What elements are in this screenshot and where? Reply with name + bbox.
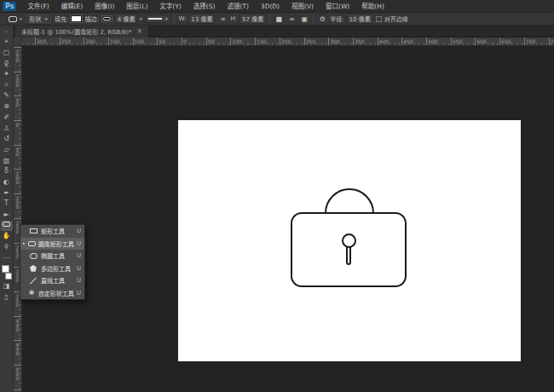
hand-tool[interactable]: ✋ xyxy=(1,231,13,242)
ruler-origin-corner[interactable] xyxy=(14,37,22,46)
radius-field[interactable]: 10 像素 xyxy=(347,14,373,24)
dodge-tool[interactable]: ◐ xyxy=(1,177,13,188)
path-selection-tool[interactable]: ► xyxy=(1,210,13,221)
ruler-tick-label: 400 xyxy=(14,316,22,331)
ruler-tick-label: 50 xyxy=(14,145,22,155)
flyout-item-custom-shape-tool[interactable]: ❋自定形状工具U xyxy=(20,287,84,300)
menu-layer[interactable]: 图层(L) xyxy=(120,0,153,13)
ruler-tick-label: 50 xyxy=(14,95,22,106)
rectangular-marquee-tool[interactable]: ▢ xyxy=(1,48,13,59)
ruler-tick-label: 300 xyxy=(35,37,46,46)
flyout-item-polygon-tool[interactable]: 多边形工具U xyxy=(20,262,84,275)
menu-file[interactable]: 文件(F) xyxy=(21,0,55,13)
options-bar: ▾ 形状 ▾ 填充: 描边: 4 像素 ▾ ▾ W: 13 像素 ∞ H: 57… xyxy=(0,13,554,26)
path-operations-button[interactable]: ■ xyxy=(274,14,284,23)
shortcut-key: U xyxy=(77,265,81,272)
document-tab[interactable]: 未标题-1 @ 100%(圆角矩形 2, RGB/8)* × xyxy=(15,26,149,37)
menu-help[interactable]: 帮助(H) xyxy=(355,0,390,13)
chevron-down-icon: ▾ xyxy=(44,16,48,21)
menu-filter[interactable]: 滤镜(T) xyxy=(221,0,254,13)
rounded-rect-tool-icon xyxy=(28,241,36,246)
move-tool[interactable]: ⌖ xyxy=(1,37,13,48)
crop-tool[interactable]: ⌗ xyxy=(1,80,13,91)
edit-toolbar-button[interactable]: ⋯ xyxy=(1,253,13,264)
stroke-style-select[interactable]: ▾ xyxy=(145,14,171,23)
ruler-tick-label: 100 xyxy=(133,37,144,46)
menu-3d[interactable]: 3D(D) xyxy=(255,0,286,13)
foreground-background-swatches[interactable] xyxy=(1,265,13,280)
gradient-tool[interactable]: ▥ xyxy=(1,156,13,167)
foreground-color-swatch[interactable] xyxy=(2,265,9,273)
horizontal-ruler[interactable]: 3002502001501005005010015020025030035040… xyxy=(14,37,554,46)
shape-tools-flyout-menu: 矩形工具U•圆角矩形工具U椭圆工具U多边形工具U直线工具U❋自定形状工具U xyxy=(20,224,85,300)
collapse-panel-icon[interactable]: » xyxy=(5,26,9,37)
stroke-color-swatch[interactable] xyxy=(101,15,113,22)
chevron-down-icon: ▾ xyxy=(164,16,168,21)
eraser-tool[interactable]: ▱ xyxy=(1,145,13,156)
ruler-tick-label: 350 xyxy=(353,37,364,46)
ruler-tick-label: 450 xyxy=(14,340,22,355)
ruler-tick-label: 250 xyxy=(60,37,71,46)
align-edges-checkbox[interactable] xyxy=(376,16,382,22)
height-field[interactable]: 57 像素 xyxy=(239,14,266,24)
ruler-tick-label: 600 xyxy=(475,37,486,46)
fill-label: 填充: xyxy=(55,14,68,23)
document-tab-title: 未标题-1 @ 100%(圆角矩形 2, RGB/8)* xyxy=(21,27,131,36)
flyout-item-rounded-rect-tool[interactable]: •圆角矩形工具U xyxy=(20,238,84,251)
close-icon[interactable]: × xyxy=(136,28,142,35)
ruler-tick-label: 100 xyxy=(14,72,22,86)
menu-edit[interactable]: 编辑(E) xyxy=(55,0,89,13)
rounded-rectangle-tool[interactable] xyxy=(1,221,13,232)
flyout-item-ellipse-tool[interactable]: 椭圆工具U xyxy=(20,250,84,262)
history-brush-tool[interactable]: ↺ xyxy=(1,134,13,145)
document-tab-bar: 未标题-1 @ 100%(圆角矩形 2, RGB/8)* × xyxy=(14,26,554,37)
vertical-ruler[interactable]: 1501005005010015020025030035040045050055… xyxy=(14,46,22,392)
chevron-down-icon: ▾ xyxy=(19,16,22,21)
align-edges-label: 对齐边缘 xyxy=(384,14,408,23)
chevron-down-icon[interactable]: ▾ xyxy=(140,16,143,21)
ellipse-tool-icon xyxy=(28,253,38,259)
blur-tool[interactable]: δ xyxy=(1,166,13,177)
ruler-tick-label: 0 xyxy=(182,37,187,46)
menu-type[interactable]: 文字(Y) xyxy=(153,0,187,13)
eyedropper-tool[interactable]: ✎ xyxy=(1,90,13,101)
flyout-item-rectangle-tool[interactable]: 矩形工具U xyxy=(20,225,84,238)
pen-tool[interactable]: ✒ xyxy=(1,188,13,199)
ruler-tick-label: 50 xyxy=(157,37,165,46)
brush-tool[interactable]: ✐ xyxy=(1,112,13,124)
menu-select[interactable]: 选择(S) xyxy=(188,0,222,13)
clone-stamp-tool[interactable]: ♙ xyxy=(1,124,13,135)
ruler-tick-label: 100 xyxy=(14,169,22,183)
stroke-width-field[interactable]: 4 像素 xyxy=(115,14,138,24)
shortcut-key: U xyxy=(77,228,81,234)
quick-mask-button[interactable]: ◨ xyxy=(1,281,13,292)
ruler-tick-label: 150 xyxy=(14,47,22,61)
document-canvas[interactable] xyxy=(178,120,521,361)
path-alignment-button[interactable]: ≡ xyxy=(286,14,297,23)
fill-color-swatch[interactable] xyxy=(71,15,82,22)
type-tool[interactable]: T xyxy=(1,199,13,210)
link-dimensions-icon[interactable]: ∞ xyxy=(217,14,228,23)
flyout-item-label: 矩形工具 xyxy=(41,227,74,235)
gear-icon[interactable]: ⚙ xyxy=(317,14,327,23)
background-color-swatch[interactable] xyxy=(5,273,12,280)
zoom-tool[interactable]: ⚲ xyxy=(1,242,13,253)
menu-image[interactable]: 图像(I) xyxy=(89,0,120,13)
quick-selection-tool[interactable]: ✦ xyxy=(1,69,13,80)
width-field[interactable]: 13 像素 xyxy=(188,14,215,24)
tool-mode-select[interactable]: 形状 ▾ xyxy=(26,13,51,25)
healing-brush-tool[interactable]: ⊕ xyxy=(1,101,13,112)
tool-preset-picker[interactable]: ▾ xyxy=(5,16,26,22)
ruler-tick-label: 250 xyxy=(304,37,315,46)
menu-window[interactable]: 窗口(W) xyxy=(320,0,355,13)
ruler-tick-label: 150 xyxy=(108,37,119,46)
rounded-rectangle-icon xyxy=(9,16,17,22)
lasso-tool[interactable]: ϱ xyxy=(1,58,13,69)
width-label: W: xyxy=(178,15,186,22)
path-arrangement-button[interactable]: ▣ xyxy=(299,14,309,23)
flyout-item-line-tool[interactable]: 直线工具U xyxy=(20,274,84,287)
screen-mode-button[interactable]: ▯ xyxy=(1,292,13,303)
shortcut-key: U xyxy=(77,240,81,247)
menu-view[interactable]: 视图(V) xyxy=(286,0,320,13)
radius-label: 半径: xyxy=(330,14,343,23)
